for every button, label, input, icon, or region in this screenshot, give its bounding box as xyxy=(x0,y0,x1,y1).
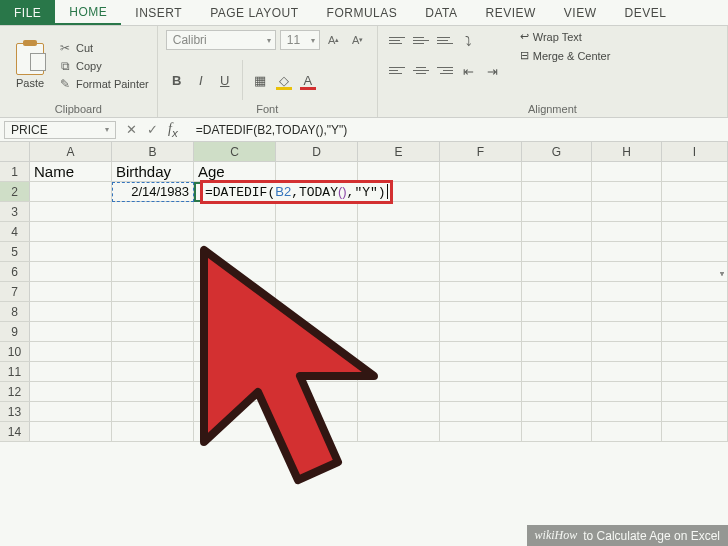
cell-H7[interactable] xyxy=(592,282,662,301)
cell-C3[interactable] xyxy=(194,202,276,221)
paste-button[interactable]: Paste xyxy=(8,30,52,101)
cell-G2[interactable] xyxy=(522,182,592,201)
cut-button[interactable]: ✂Cut xyxy=(58,41,149,55)
cell-C13[interactable] xyxy=(194,402,276,421)
tab-view[interactable]: VIEW xyxy=(550,0,611,25)
cell-I3[interactable] xyxy=(662,202,728,221)
cell-D7[interactable] xyxy=(276,282,358,301)
cell-F12[interactable] xyxy=(440,382,522,401)
format-painter-button[interactable]: ✎Format Painter xyxy=(58,77,149,91)
cell-E7[interactable] xyxy=(358,282,440,301)
cell-C12[interactable] xyxy=(194,382,276,401)
align-left-button[interactable] xyxy=(386,60,408,80)
row-header-1[interactable]: 1 xyxy=(0,162,30,181)
cancel-formula-button[interactable]: ✕ xyxy=(126,122,137,137)
row-header-11[interactable]: 11 xyxy=(0,362,30,381)
wrap-text-button[interactable]: ↩Wrap Text xyxy=(520,30,611,43)
cell-C7[interactable] xyxy=(194,282,276,301)
cell-A11[interactable] xyxy=(30,362,112,381)
font-family-select[interactable]: Calibri▾ xyxy=(166,30,276,50)
cell-I1[interactable] xyxy=(662,162,728,181)
cell-D8[interactable] xyxy=(276,302,358,321)
row-header-8[interactable]: 8 xyxy=(0,302,30,321)
cell-G13[interactable] xyxy=(522,402,592,421)
cell-D6[interactable] xyxy=(276,262,358,281)
cell-E13[interactable] xyxy=(358,402,440,421)
fx-icon[interactable]: fx xyxy=(168,121,178,139)
select-all-corner[interactable] xyxy=(0,142,30,161)
cell-A8[interactable] xyxy=(30,302,112,321)
row-header-9[interactable]: 9 xyxy=(0,322,30,341)
row-header-7[interactable]: 7 xyxy=(0,282,30,301)
increase-indent-button[interactable]: ⇥ xyxy=(482,60,504,82)
cell-I14[interactable] xyxy=(662,422,728,441)
cell-I4[interactable] xyxy=(662,222,728,241)
cell-D3[interactable] xyxy=(276,202,358,221)
cell-B12[interactable] xyxy=(112,382,194,401)
tab-insert[interactable]: INSERT xyxy=(121,0,196,25)
cell-G4[interactable] xyxy=(522,222,592,241)
fill-color-button[interactable]: ◇ xyxy=(273,69,295,91)
cell-D4[interactable] xyxy=(276,222,358,241)
cell-E9[interactable] xyxy=(358,322,440,341)
cell-A3[interactable] xyxy=(30,202,112,221)
cell-E14[interactable] xyxy=(358,422,440,441)
italic-button[interactable]: I xyxy=(190,69,212,91)
cell-F3[interactable] xyxy=(440,202,522,221)
cell-E8[interactable] xyxy=(358,302,440,321)
col-header-E[interactable]: E xyxy=(358,142,440,161)
align-top-button[interactable] xyxy=(386,30,408,50)
cell-B5[interactable] xyxy=(112,242,194,261)
cell-D11[interactable] xyxy=(276,362,358,381)
cell-E3[interactable] xyxy=(358,202,440,221)
cell-B14[interactable] xyxy=(112,422,194,441)
cell-G3[interactable] xyxy=(522,202,592,221)
cell-B9[interactable] xyxy=(112,322,194,341)
cell-F5[interactable] xyxy=(440,242,522,261)
cell-D5[interactable] xyxy=(276,242,358,261)
row-header-13[interactable]: 13 xyxy=(0,402,30,421)
cell-H2[interactable] xyxy=(592,182,662,201)
col-header-C[interactable]: C xyxy=(194,142,276,161)
row-header-4[interactable]: 4 xyxy=(0,222,30,241)
cell-H14[interactable] xyxy=(592,422,662,441)
cell-H1[interactable] xyxy=(592,162,662,181)
row-header-10[interactable]: 10 xyxy=(0,342,30,361)
cell-G5[interactable] xyxy=(522,242,592,261)
cell-D14[interactable] xyxy=(276,422,358,441)
cell-E11[interactable] xyxy=(358,362,440,381)
cell-I5[interactable] xyxy=(662,242,728,261)
cell-F1[interactable] xyxy=(440,162,522,181)
increase-font-button[interactable]: A▴ xyxy=(324,30,344,50)
tab-home[interactable]: HOME xyxy=(55,0,121,25)
cell-A7[interactable] xyxy=(30,282,112,301)
align-middle-button[interactable] xyxy=(410,30,432,50)
col-header-I[interactable]: I xyxy=(662,142,728,161)
cell-A14[interactable] xyxy=(30,422,112,441)
cell-C8[interactable] xyxy=(194,302,276,321)
cell-F6[interactable] xyxy=(440,262,522,281)
cell-G9[interactable] xyxy=(522,322,592,341)
cell-I11[interactable] xyxy=(662,362,728,381)
cell-G7[interactable] xyxy=(522,282,592,301)
cell-B4[interactable] xyxy=(112,222,194,241)
cell-B1[interactable]: Birthday xyxy=(112,162,194,181)
cell-H9[interactable] xyxy=(592,322,662,341)
cell-A5[interactable] xyxy=(30,242,112,261)
cell-H4[interactable] xyxy=(592,222,662,241)
cell-A13[interactable] xyxy=(30,402,112,421)
cell-C9[interactable] xyxy=(194,322,276,341)
row-header-2[interactable]: 2 xyxy=(0,182,30,201)
tab-developer[interactable]: DEVEL xyxy=(611,0,681,25)
cell-F4[interactable] xyxy=(440,222,522,241)
cell-H6[interactable] xyxy=(592,262,662,281)
cell-C4[interactable] xyxy=(194,222,276,241)
cell-A10[interactable] xyxy=(30,342,112,361)
cell-G1[interactable] xyxy=(522,162,592,181)
copy-button[interactable]: ⧉Copy▾ xyxy=(58,59,149,73)
cell-F13[interactable] xyxy=(440,402,522,421)
cell-A9[interactable] xyxy=(30,322,112,341)
cell-F7[interactable] xyxy=(440,282,522,301)
align-center-button[interactable] xyxy=(410,60,432,80)
cell-F8[interactable] xyxy=(440,302,522,321)
